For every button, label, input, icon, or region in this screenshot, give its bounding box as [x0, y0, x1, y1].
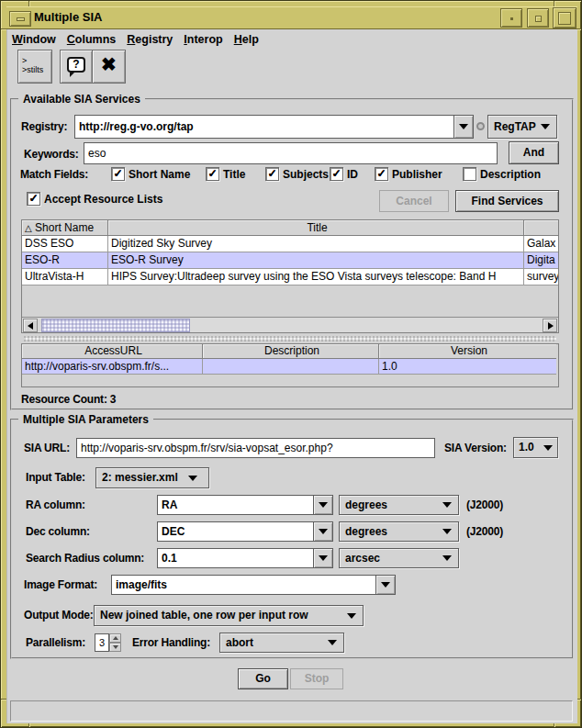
- scroll-right-button[interactable]: [543, 319, 557, 332]
- close-window-button[interactable]: ✖: [92, 50, 126, 84]
- spinner-down-button[interactable]: [109, 643, 121, 652]
- status-bar: [10, 700, 573, 722]
- parallelism-label: Parallelism:: [26, 633, 85, 652]
- maximize-icon: [558, 12, 571, 25]
- chevron-down-icon: [328, 640, 337, 645]
- chevron-down-icon: [319, 502, 328, 508]
- scroll-left-button[interactable]: [23, 319, 38, 332]
- titlebar[interactable]: Multiple SIA: [6, 6, 577, 29]
- checkbox-description[interactable]: [463, 167, 476, 181]
- parallelism-spinner[interactable]: 3: [95, 633, 121, 652]
- registry-combo-value[interactable]: http://reg.g-vo.org/tap: [74, 115, 454, 139]
- cancel-button[interactable]: Cancel: [379, 190, 449, 212]
- shade-button[interactable]: [500, 8, 522, 28]
- chevron-down-icon: [319, 555, 328, 561]
- resource-count: Resource Count: 3: [21, 393, 116, 406]
- ra-column-combo[interactable]: RA: [157, 495, 333, 515]
- search-radius-value[interactable]: 0.1: [157, 548, 314, 568]
- image-format-dropdown[interactable]: [375, 575, 396, 595]
- dec-column-value[interactable]: DEC: [157, 521, 314, 542]
- image-format-value[interactable]: image/fits: [111, 575, 376, 595]
- sort-ascending-icon: △: [25, 223, 32, 233]
- dec-unit-combo[interactable]: degrees: [339, 521, 459, 542]
- checkbox-title-label: Title: [223, 168, 245, 181]
- checkbox-publisher[interactable]: ✓: [375, 167, 388, 181]
- progress-strip: [24, 336, 556, 342]
- checkbox-publisher-label: Publisher: [392, 168, 442, 181]
- error-handling-value: abort: [226, 636, 253, 649]
- radius-unit-combo[interactable]: arcsec: [339, 548, 459, 568]
- registry-mode-combo[interactable]: RegTAP: [487, 115, 557, 139]
- error-handling-combo[interactable]: abort: [219, 633, 344, 653]
- chevron-down-icon: [442, 555, 452, 561]
- input-table-combo[interactable]: 2: messier.xml: [95, 467, 209, 488]
- dec-column-combo[interactable]: DEC: [157, 521, 333, 542]
- checkbox-accept-resource-lists[interactable]: ✓: [27, 192, 40, 206]
- horizontal-scrollbar[interactable]: [22, 317, 558, 332]
- image-format-label: Image Format:: [24, 575, 97, 595]
- check-icon: ✓: [113, 167, 122, 180]
- menu-registry[interactable]: Registry: [121, 31, 178, 48]
- available-services-title: Available SIA Services: [18, 93, 145, 106]
- sia-version-label: SIA Version:: [444, 438, 507, 458]
- column-header-title[interactable]: Title: [108, 220, 524, 236]
- checkbox-title[interactable]: ✓: [206, 167, 219, 181]
- keywords-label: Keywords:: [24, 143, 79, 165]
- menu-window[interactable]: Window: [6, 31, 62, 48]
- keywords-input[interactable]: eso: [84, 142, 498, 164]
- sia-version-combo[interactable]: 1.0: [513, 437, 558, 458]
- sia-url-input[interactable]: http://voparis-srv.obspm.fr/srv/sia-vops…: [76, 438, 435, 458]
- stop-button[interactable]: Stop: [290, 668, 343, 689]
- spinner-up-button[interactable]: [109, 633, 121, 643]
- maximize-button[interactable]: [553, 7, 576, 28]
- window-frame: Multiple SIA Window Columns Registry Int…: [0, 0, 582, 728]
- column-header-version[interactable]: Version: [379, 344, 556, 359]
- check-icon: ✓: [207, 167, 217, 180]
- find-services-button[interactable]: Find Services: [455, 190, 559, 212]
- checkbox-id[interactable]: ✓: [330, 167, 343, 181]
- column-header-extra[interactable]: [524, 220, 558, 236]
- error-handling-label: Error Handling:: [132, 633, 210, 652]
- column-header-short-name[interactable]: △ Short Name: [22, 220, 108, 236]
- search-radius-combo[interactable]: 0.1: [157, 548, 333, 568]
- iconify-button[interactable]: [527, 8, 549, 28]
- menu-columns[interactable]: Columns: [62, 31, 121, 48]
- parallelism-value[interactable]: 3: [95, 633, 109, 652]
- check-icon: ✓: [331, 167, 341, 180]
- help-button[interactable]: ?: [60, 50, 93, 84]
- and-button[interactable]: And: [509, 141, 559, 164]
- table-row[interactable]: DSS ESO Digitized Sky Survey Galax: [22, 236, 558, 252]
- menu-help[interactable]: Help: [229, 31, 264, 48]
- window-body: Window Columns Registry Interop Help >>s…: [6, 29, 577, 723]
- cell: Digitized Sky Survey: [108, 236, 524, 252]
- search-radius-dropdown[interactable]: [313, 548, 333, 568]
- table-row[interactable]: UltraVista-H HIPS Survey:Ultradeep surve…: [22, 269, 558, 286]
- match-fields-label: Match Fields:: [20, 167, 88, 182]
- table-row-selected[interactable]: ESO-R ESO-R Survey Digita: [22, 252, 558, 269]
- accept-resource-lists-label: Accept Resource Lists: [44, 193, 162, 206]
- ra-column-value[interactable]: RA: [157, 495, 314, 515]
- scrollbar-thumb[interactable]: [41, 319, 190, 332]
- registry-combo[interactable]: http://reg.g-vo.org/tap: [74, 115, 474, 139]
- image-format-combo[interactable]: image/fits: [111, 575, 396, 595]
- check-icon: ✓: [28, 192, 38, 205]
- output-mode-label: Output Mode:: [24, 605, 94, 626]
- triangle-down-icon: [113, 645, 118, 649]
- column-header-description[interactable]: Description: [203, 344, 379, 359]
- stilts-button[interactable]: >>stilts: [17, 50, 52, 84]
- checkbox-subjects[interactable]: ✓: [265, 167, 279, 181]
- ra-unit-combo[interactable]: degrees: [339, 495, 459, 515]
- chevron-down-icon: [543, 445, 553, 451]
- checkbox-short-name[interactable]: ✓: [111, 167, 125, 181]
- column-header-accessurl[interactable]: AccessURL: [22, 344, 203, 359]
- registry-combo-dropdown[interactable]: [453, 115, 474, 139]
- window-menu-button[interactable]: [9, 11, 31, 27]
- menu-interop[interactable]: Interop: [178, 31, 228, 48]
- dec-unit-value: degrees: [345, 525, 387, 538]
- ra-column-dropdown[interactable]: [313, 495, 333, 515]
- output-mode-combo[interactable]: New joined table, one row per input row: [94, 605, 364, 626]
- go-button[interactable]: Go: [238, 668, 288, 689]
- dec-column-dropdown[interactable]: [313, 521, 333, 542]
- checkbox-subjects-label: Subjects: [283, 168, 329, 181]
- table-row-selected[interactable]: http://voparis-srv.obspm.fr/s... 1.0: [22, 359, 558, 375]
